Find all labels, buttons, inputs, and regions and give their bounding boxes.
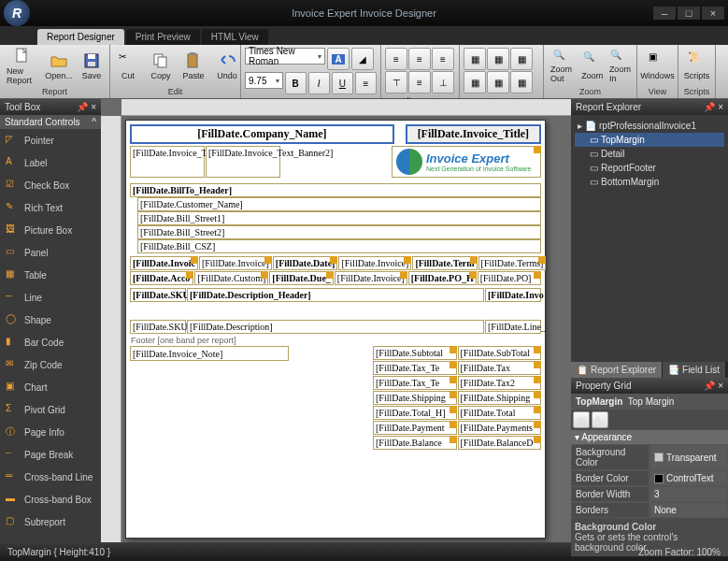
italic-button[interactable]: I <box>308 72 330 94</box>
report-tree[interactable]: ▸ 📄rptProfessionalInvoice1 ▭TopMargin ▭D… <box>571 115 728 362</box>
tree-topmargin[interactable]: ▭TopMargin <box>575 133 724 147</box>
align-center-button[interactable]: ≡ <box>408 48 431 70</box>
field-invoice-note[interactable]: [FillDate.Invoice_Note] <box>130 346 289 361</box>
font-size-combo[interactable]: 9.75 <box>245 72 283 89</box>
zoom-out-button[interactable]: 🔍Zoom Out <box>546 47 579 86</box>
maximize-button[interactable]: □ <box>678 7 700 20</box>
windows-button[interactable]: ▣Windows <box>639 47 676 86</box>
field-total-value[interactable]: [FillDate.BalanceD <box>458 436 542 450</box>
align-top-button[interactable]: ⊤ <box>385 71 407 94</box>
design-canvas[interactable]: [FillDate.Company_Name] [FillDate.Invoic… <box>101 99 571 542</box>
layout-btn-4[interactable]: ▦ <box>464 71 486 94</box>
field-header-cell[interactable]: [FillDate.Invoice] <box>335 271 407 285</box>
field-customer-name[interactable]: [FillDate.Customer_Name] <box>137 197 541 211</box>
tree-root[interactable]: ▸ 📄rptProfessionalInvoice1 <box>575 119 724 133</box>
field-bill-street2[interactable]: [FillDate.Bill_Street2] <box>137 225 541 239</box>
toolbox-item-zip-code[interactable]: ✉Zip Code <box>0 353 101 376</box>
field-total-label[interactable]: [FillDate.Total_H] <box>373 406 457 420</box>
toolbox-item-page-break[interactable]: ┄Page Break <box>0 443 101 466</box>
field-total-value[interactable]: [FillDate.Tax2 <box>458 376 542 390</box>
alphabetize-button[interactable]: A↓ <box>592 411 608 428</box>
cut-button[interactable]: ✂Cut <box>112 47 144 86</box>
scripts-button[interactable]: 📜Scripts <box>680 47 713 86</box>
save-button[interactable]: Save <box>76 47 107 86</box>
toolbox-item-shape[interactable]: ◯Shape <box>0 309 101 331</box>
layout-btn-5[interactable]: ▦ <box>487 71 509 94</box>
tree-bottommargin[interactable]: ▭BottomMargin <box>575 175 724 189</box>
toolbox-item-check-box[interactable]: ☑Check Box <box>0 174 101 196</box>
categorize-button[interactable]: ▤ <box>573 411 590 428</box>
close-icon[interactable]: × <box>91 102 96 112</box>
field-header-cell[interactable]: [FillDate.Acco <box>130 271 193 285</box>
pin-icon[interactable]: 📌 <box>77 102 88 112</box>
field-header-cell[interactable]: [FillDate.PO] <box>478 271 541 285</box>
tree-detail[interactable]: ▭Detail <box>575 147 724 161</box>
pin-icon[interactable]: 📌 <box>704 102 715 112</box>
underline-button[interactable]: U <box>332 72 353 94</box>
zoom-in-button[interactable]: 🔍Zoom In <box>606 47 635 86</box>
toolbox-item-cross-band-box[interactable]: ▬Cross-band Box <box>0 488 101 511</box>
prop-row[interactable]: Background ColorTransparent <box>571 444 728 470</box>
prop-row[interactable]: Border ColorControlText <box>571 470 728 486</box>
open-button[interactable]: Open... <box>43 47 75 86</box>
font-family-combo[interactable]: Times New Roman <box>245 48 325 65</box>
field-company-name[interactable]: [FillDate.Company_Name] <box>130 124 394 144</box>
toolbox-item-bar-code[interactable]: ▮Bar Code <box>0 331 101 353</box>
toolbox-item-table[interactable]: ▦Table <box>0 264 101 286</box>
align-middle-button[interactable]: ≡ <box>408 71 431 94</box>
field-total-label[interactable]: [FillDate.Payment <box>373 421 457 435</box>
field-detail-line[interactable]: [FillDate.Line_ <box>485 320 541 334</box>
bold-button[interactable]: B <box>285 72 307 94</box>
field-total-label[interactable]: [FillDate.Tax_Te <box>373 361 457 375</box>
tab-html-view[interactable]: HTML View <box>202 29 268 45</box>
toolbox-item-line[interactable]: ─Line <box>0 286 101 309</box>
field-banner1[interactable]: [FillDate.Invoice_Text_Banner] <box>130 146 205 178</box>
field-header-cell[interactable]: [FillDate.Custom] <box>194 271 268 285</box>
toolbox-item-subreport[interactable]: ▢Subreport <box>0 511 101 533</box>
toolbox-item-rich-text[interactable]: ✎Rich Text <box>0 196 101 219</box>
field-total-label[interactable]: [FillDate.Tax_Te <box>373 376 457 390</box>
field-desc-header[interactable]: [FillDate.Description_Header] <box>187 288 484 302</box>
close-button[interactable]: × <box>702 7 724 20</box>
prop-row[interactable]: Border Width3 <box>571 486 728 502</box>
field-header-cell[interactable]: [FillDate.Invoice] <box>338 256 411 270</box>
tab-report-designer[interactable]: Report Designer <box>37 29 124 45</box>
field-total-value[interactable]: [FillDate.SubTotal <box>458 346 542 360</box>
field-header-cell[interactable]: [FillDate.Date] <box>273 256 338 270</box>
toolbox-item-panel[interactable]: ▭Panel <box>0 241 101 264</box>
layout-btn-1[interactable]: ▦ <box>464 48 486 70</box>
report-page[interactable]: [FillDate.Company_Name] [FillDate.Invoic… <box>125 120 546 539</box>
field-logo[interactable]: Invoice ExpertNext Generation of Invoice… <box>392 146 541 178</box>
field-invo-header[interactable]: [FillDate.Invo <box>485 288 541 302</box>
app-icon[interactable]: R <box>4 0 30 26</box>
toolbox-item-page-info[interactable]: ⓘPage Info <box>0 421 101 443</box>
align-left-button[interactable]: ≡ <box>385 48 407 70</box>
layout-btn-6[interactable]: ▦ <box>510 71 533 94</box>
back-color-button[interactable]: ◢ <box>351 48 374 70</box>
field-sku-header[interactable]: [FillDate.SKU_ <box>130 288 186 302</box>
new-report-button[interactable]: New Report <box>2 47 42 86</box>
field-bill-street1[interactable]: [FillDate.Bill_Street1] <box>137 211 541 225</box>
field-header-cell[interactable]: [FillDate.Invoic <box>130 256 198 270</box>
tab-report-explorer[interactable]: 📋 Report Explorer <box>571 362 663 378</box>
field-header-cell[interactable]: [FillDate.PO_H <box>408 271 477 285</box>
paste-button[interactable]: Paste <box>178 47 209 86</box>
tree-reportfooter[interactable]: ▭ReportFooter <box>575 161 724 175</box>
field-invoice-title[interactable]: [FillDate.Invoice_Title] <box>406 124 541 144</box>
pin-icon[interactable]: 📌 <box>704 381 715 391</box>
field-total-value[interactable]: [FillDate.Total <box>458 406 542 420</box>
align-bottom-button[interactable]: ⊥ <box>432 71 454 94</box>
close-icon[interactable]: × <box>718 102 723 112</box>
layout-btn-3[interactable]: ▦ <box>510 48 533 70</box>
field-total-value[interactable]: [FillDate.Payments <box>458 421 542 435</box>
copy-button[interactable]: Copy <box>145 47 177 86</box>
toolbox-item-pointer[interactable]: ◸Pointer <box>0 129 101 151</box>
tab-print-preview[interactable]: Print Preview <box>126 29 200 45</box>
field-total-label[interactable]: [FillDate.Shipping <box>373 391 457 405</box>
close-icon[interactable]: × <box>718 381 723 391</box>
zoom-button[interactable]: 🔍Zoom <box>580 47 605 86</box>
field-bill-csz[interactable]: [FillDate.Bill_CSZ] <box>137 239 541 253</box>
align-right-button[interactable]: ≡ <box>432 48 454 70</box>
minimize-button[interactable]: – <box>653 7 676 20</box>
field-total-label[interactable]: [FillDate.Subtotal <box>373 346 457 360</box>
